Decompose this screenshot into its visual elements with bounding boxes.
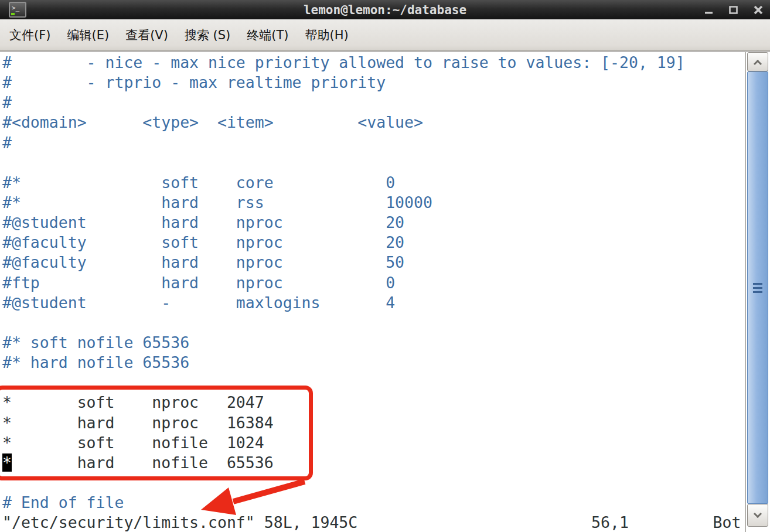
titlebar[interactable]: >_ lemon@lemon:~/database bbox=[0, 0, 770, 19]
close-button[interactable] bbox=[752, 4, 764, 16]
maximize-button[interactable] bbox=[728, 4, 740, 16]
terminal-row: # - rtprio - max realtime priority bbox=[2, 73, 745, 93]
scroll-up-button[interactable] bbox=[747, 52, 768, 71]
scroll-down-button[interactable] bbox=[747, 504, 768, 527]
terminal-row: #* hard rss 10000 bbox=[2, 193, 745, 213]
terminal-row: * hard nproc 16384 bbox=[2, 413, 745, 433]
terminal-row: * hard nofile 65536 bbox=[2, 453, 745, 473]
terminal-row bbox=[2, 153, 745, 173]
terminal-row: # - nice - max nice priority allowed to … bbox=[2, 53, 745, 73]
thumb-grip-icon bbox=[753, 291, 762, 293]
terminal-row: # bbox=[2, 133, 745, 153]
scrollbar-thumb[interactable] bbox=[747, 71, 768, 504]
terminal-row: #* soft core 0 bbox=[2, 173, 745, 193]
chevron-up-icon bbox=[754, 59, 762, 67]
terminal-text-area[interactable]: # - nice - max nice priority allowed to … bbox=[0, 52, 745, 532]
thumb-grip-icon bbox=[753, 283, 762, 285]
close-icon bbox=[753, 5, 764, 15]
terminal-row: # bbox=[2, 93, 745, 112]
menu-item[interactable]: 终端(T) bbox=[239, 19, 297, 51]
maximize-icon bbox=[728, 5, 739, 15]
thumb-grip-icon bbox=[753, 287, 762, 289]
terminal-row: # End of file bbox=[2, 493, 745, 513]
terminal-row: * soft nproc 2047 bbox=[2, 393, 745, 412]
terminal-row: #@student - maxlogins 4 bbox=[2, 293, 745, 313]
menu-item[interactable]: 搜索 (S) bbox=[176, 19, 239, 51]
menu-item[interactable]: 文件(F) bbox=[1, 19, 59, 51]
minimize-icon bbox=[704, 5, 714, 15]
chevron-down-icon bbox=[754, 509, 762, 517]
menubar: 文件(F)编辑(E)查看(V)搜索 (S)终端(T)帮助(H) bbox=[0, 19, 770, 51]
menu-item[interactable]: 编辑(E) bbox=[59, 19, 117, 51]
terminal-row bbox=[2, 373, 745, 393]
scrollbar bbox=[745, 52, 770, 532]
window-controls bbox=[703, 0, 764, 19]
terminal-row: #@faculty soft nproc 20 bbox=[2, 233, 745, 253]
terminal-icon-led bbox=[11, 13, 15, 15]
terminal-row: #* soft nofile 65536 bbox=[2, 333, 745, 353]
terminal-window: >_ lemon@lemon:~/database 文件(F)编辑(E)查看(V… bbox=[0, 0, 770, 532]
minimize-button[interactable] bbox=[703, 4, 715, 16]
menu-item[interactable]: 查看(V) bbox=[117, 19, 176, 51]
terminal-content: # - nice - max nice priority allowed to … bbox=[0, 51, 770, 532]
window-title: lemon@lemon:~/database bbox=[0, 3, 770, 17]
terminal-row: "/etc/security/limits.conf" 58L, 1945C 5… bbox=[2, 513, 745, 532]
terminal-row: #<domain> <type> <item> <value> bbox=[2, 112, 745, 132]
menu-item[interactable]: 帮助(H) bbox=[297, 19, 357, 51]
terminal-row: #@student hard nproc 20 bbox=[2, 213, 745, 233]
terminal-row bbox=[2, 473, 745, 493]
vim-block-cursor: * bbox=[2, 453, 12, 472]
terminal-row bbox=[2, 313, 745, 333]
terminal-row: * soft nofile 1024 bbox=[2, 433, 745, 453]
terminal-row: #* hard nofile 65536 bbox=[2, 353, 745, 373]
terminal-app-icon: >_ bbox=[9, 2, 26, 18]
terminal-row: #@faculty hard nproc 50 bbox=[2, 253, 745, 272]
terminal-row: #ftp hard nproc 0 bbox=[2, 273, 745, 293]
